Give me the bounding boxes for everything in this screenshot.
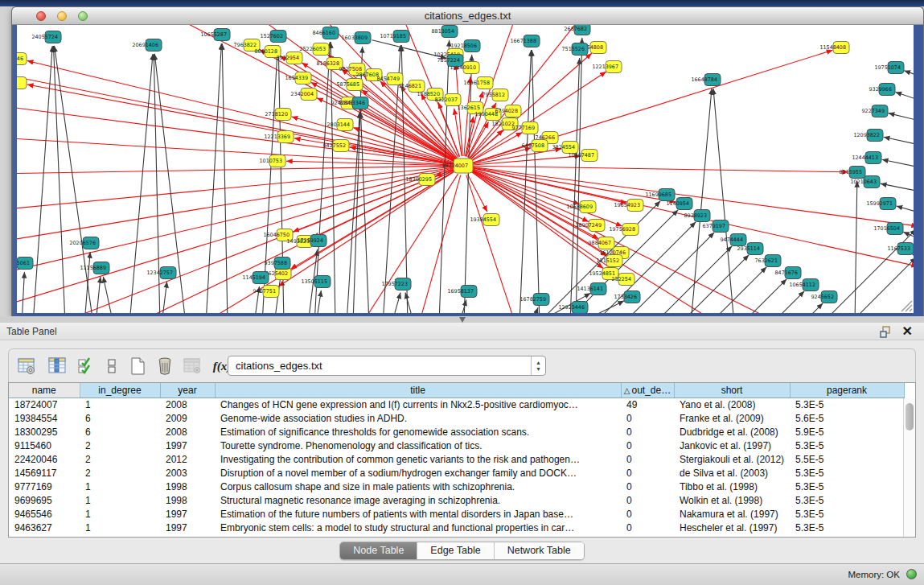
table-cell-name: 18300295 [9,425,80,439]
column-header-year[interactable]: year [160,383,215,398]
graph-node[interactable]: 16671388 [510,35,540,47]
memory-status-indicator[interactable] [906,569,917,579]
graph-node[interactable]: 12923446 [558,302,588,314]
graph-node[interactable]: 9397588 [265,257,290,270]
column-header-in-degree[interactable]: in_degree [80,383,160,398]
graph-node[interactable]: 2803144 [327,119,353,131]
graph-node[interactable]: 18300295 [405,174,435,186]
graph-node[interactable]: 11548408 [819,42,849,54]
delete-column-button[interactable] [154,355,176,377]
graph-node[interactable]: 15992971 [866,198,896,210]
graph-node[interactable]: 12444413 [852,152,881,164]
table-select-combo[interactable]: citations_edges.txt ▲▼ [228,356,546,376]
column-header-name[interactable]: name [9,383,80,398]
graph-node[interactable]: 16648784 [691,74,721,86]
graph-node[interactable]: 2342004 [291,89,317,101]
graph-node[interactable]: 1527602 [261,31,286,43]
resize-grip-icon[interactable] [901,301,912,311]
float-panel-icon[interactable] [880,326,892,338]
graph-node[interactable]: 1167533 [888,243,914,255]
graph-node[interactable]: 12093822 [853,130,883,142]
table-row[interactable]: 1830029562008Estimation of significance … [9,425,904,439]
graph-node[interactable] [17,77,27,89]
stacked-rows-button[interactable] [101,355,123,377]
graph-node[interactable]: 10719185 [380,31,409,43]
graph-node[interactable]: 16782759 [519,294,549,306]
table-cell-out_degree: 0 [621,452,674,466]
table-scrollbar-thumb[interactable] [906,403,914,431]
column-header-pagerank[interactable]: pagerank [790,383,904,398]
graph-node[interactable]: 7632621 [755,255,781,267]
table-row[interactable]: 969969511998Structural magnetic resonanc… [9,493,904,507]
graph-node[interactable]: 10655287 [200,29,230,41]
graph-node[interactable]: 8471676 [775,267,801,279]
graph-node[interactable]: 12213967 [592,61,622,73]
graph-node[interactable]: 1733426 [614,291,640,303]
graph-node[interactable]: 20206576 [69,237,99,249]
memory-status-label[interactable]: Memory: OK [848,570,900,579]
graph-node[interactable]: 5875685 [337,79,363,91]
table-row[interactable]: 911546021997Tourette syndrome. Phenomeno… [9,439,904,452]
table-row[interactable]: 1456911722003Disruption of a novel membe… [9,466,904,480]
new-column-button[interactable] [126,355,149,377]
window-titlebar[interactable]: citations_edges.txt [12,7,923,25]
graph-node[interactable]: 9457751 [253,286,279,298]
graph-node[interactable]: 8813054 [432,26,458,38]
graph-node[interactable]: 14136141 [577,283,606,295]
graph-node[interactable]: 9227349 [862,105,888,117]
graph-node[interactable]: 16958137 [447,286,477,298]
graph-node[interactable]: 24055724 [31,31,61,43]
table-row[interactable]: 977716911998Corpus callosum shape and si… [9,480,904,493]
table-row[interactable]: 1872400712008Changes of HCN gene express… [9,398,904,411]
graph-node[interactable]: 6497508 [522,140,548,152]
graph-node[interactable]: 7955812 [483,89,508,101]
graph-node[interactable]: 10654112 [789,279,819,291]
graph-node[interactable]: 1145194 [243,272,269,284]
graph-node[interactable]: 19751074 [874,62,904,74]
graph-node[interactable]: 8938923 [684,210,710,222]
tab-node-table[interactable]: Node Table [340,542,417,559]
graph-node[interactable]: 13505115 [301,276,331,288]
graph-node[interactable]: 803046 [17,53,27,65]
graph-node[interactable]: 1654339 [285,72,311,84]
tab-edge-table[interactable]: Edge Table [417,542,494,559]
network-canvas[interactable]: 1872400718300295193845542522605381863289… [17,25,914,313]
column-visibility-button[interactable] [46,355,68,377]
graph-node[interactable]: 9329966 [869,84,895,96]
graph-node[interactable]: 10688609 [566,201,596,213]
column-header-out-degree[interactable]: △out_de… [621,383,674,398]
graph-node[interactable]: 25226053 [299,43,329,56]
graph-node[interactable]: 16961758 [463,77,493,89]
graph-node[interactable]: 1815152 [597,255,622,267]
graph-node[interactable]: 12342757 [146,267,176,279]
select-columns-button[interactable] [75,355,97,377]
table-row[interactable]: 1938455462009Genome-wide association stu… [9,411,904,425]
graph-node[interactable]: 1010753 [260,155,285,167]
column-header-title[interactable]: title [215,383,621,398]
graph-node[interactable]: 9245652 [811,291,837,303]
table-row[interactable]: 2242004622012Investigating the contribut… [9,452,904,466]
graph-node[interactable]: 7515526 [562,43,588,56]
graph-node[interactable]: 17016504 [873,223,903,235]
graph-node[interactable]: 1435061 [17,257,33,270]
tab-network-table[interactable]: Network Table [495,542,584,559]
close-panel-icon[interactable]: ✕ [902,323,913,339]
svg-text:2867608: 2867608 [356,72,379,78]
column-header-short[interactable]: short [674,383,790,398]
table-cell-pagerank: 5.3E-5 [790,507,904,521]
delete-table-button[interactable] [181,355,203,377]
graph-node[interactable]: 9427552 [323,140,349,152]
graph-node[interactable]: 2718120 [265,109,291,121]
graph-node[interactable]: 19756928 [609,224,639,236]
graph-node[interactable]: 9474444 [721,234,746,246]
graph-node[interactable]: 20691406 [132,39,162,51]
table-settings-button[interactable] [15,355,38,377]
graph-node[interactable]: 8466160 [313,27,339,39]
svg-text:9474444: 9474444 [721,237,743,243]
combo-stepper-icon[interactable]: ▲▼ [531,356,545,375]
graph-node[interactable]: 8215955 [840,167,865,179]
table-row[interactable]: 946554611997Estimation of the future num… [9,507,904,521]
graph-node[interactable]: 19384554 [470,214,499,226]
table-row[interactable]: 946362711997Embryonic stem cells: a mode… [9,521,904,534]
table-scrollbar[interactable] [903,398,915,537]
